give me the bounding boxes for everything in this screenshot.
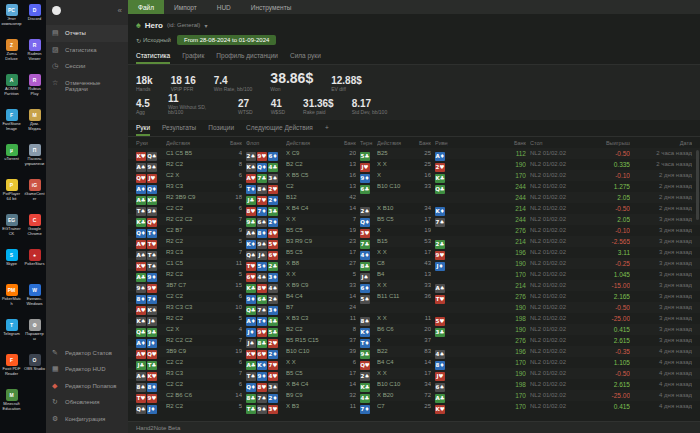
report-tab[interactable]: Руки [136,124,150,136]
sidebar-item[interactable]: ◆Редактор Попапов [46,378,128,395]
hand-row[interactable]: A♥K♠R3 C3 C310Q♣7♠3♦B724190NL2 01/02.02-… [128,302,700,313]
sidebar-item[interactable]: ▨Статистика [46,42,128,59]
desktop-icon[interactable]: iGiGameCenter [23,177,46,212]
report-tab[interactable]: Результаты [162,124,196,136]
sidebar-item[interactable]: ✎Редактор Статов [46,345,128,362]
desktop-icon[interactable]: µuTorrent [0,142,23,177]
stat-tab[interactable]: График [182,52,204,64]
hand-row[interactable]: Q♣9♣C2 X4J♦9♥5♣B2 C28K♦B6 C6203♣190NL2 0… [128,324,700,335]
player-selector[interactable]: ♠ Hero (id: General) ▾ [128,14,700,32]
hand-row[interactable]: A♠K♥R3 C37T♠9♦4♥B5 C5172♠X X17J♥190NL2 0… [128,368,700,379]
hand-row[interactable]: Q♠J♦R2 C25T♣9♠3♥X B3117♦C725K♥170NL2 01/… [128,401,700,412]
flop-actions: B3 R9 C9 [286,238,336,244]
desktop-icon[interactable]: CGoogle Chrome [23,212,46,247]
sidebar-item[interactable]: ◷Сессии [46,58,128,75]
column-header: Банк [502,140,526,146]
desktop-icon[interactable]: RRadmin Viewer [23,37,46,72]
hands-table-body: K♥Q♠C1 C5 B542♠9♥6♦X C9205♣B2525A♦112NL2… [128,148,700,412]
date-range-button[interactable]: From 28-08-2024 to 01-09-2024 [177,35,276,45]
turn-actions: B4 C4 [377,359,411,365]
final-pot: 198 [502,315,526,322]
hand-row[interactable]: T♥9♥C2 B6 C6148♣7♠2♦B9 C9324♣X B2072A♣17… [128,390,700,401]
hand-row[interactable]: A♥Q♥3B9 C919K♥6♥2♦B10 C10399♣B22834♠196N… [128,346,700,357]
card-5s: 5♠ [360,295,370,304]
stat-block: 8.17Std Dev, bb/100 [352,98,388,116]
reset-filter-button[interactable]: ↻ Исходный [136,37,171,44]
desktop-icon-label: Ежемес. Windows [23,297,46,306]
sidebar-item[interactable]: ▤Отчеты [46,25,128,42]
stat-tab[interactable]: Статистика [136,52,170,64]
hand-row[interactable]: K♥T♠C1 C511T♥5♦2♣X B8278♣C843J♦190NL2 01… [128,258,700,269]
hand-row[interactable]: 8♠8♦C2 C26Q♦8♥3♠X B4 C414K♣B10 C10346♠19… [128,379,700,390]
desktop-icon[interactable]: ZZuma Deluxe [0,37,23,72]
pot-flop: 20 [340,150,356,156]
hand-row[interactable]: A♣9♦R2 C256♥4♠3♦X X5J♠B413170NL2 01/02.0… [128,269,700,280]
stat-tab[interactable]: Профиль дистанции [216,52,278,64]
desktop-icon[interactable]: PMPokerMatch [0,282,23,317]
desktop-icon[interactable]: WЕжемес. Windows [23,282,46,317]
stats-row-1: 18kHands18 16VPIP PFR7.4Win Rate, bb/100… [136,70,692,93]
hands-table: K♥Q♠C1 C5 B542♠9♥6♦X C9205♣B2525A♦112NL2… [128,148,700,422]
hand-date: 4 дня назад [634,381,692,387]
stat-value: 12.88$ [331,75,362,86]
desktop-icon[interactable]: PCЭтот компьютер [0,2,23,37]
desktop-icon[interactable]: OOBS Studio [23,352,46,387]
preflop-actions: R2 C2 [166,271,222,277]
desktop-icon[interactable]: DDiscord [23,2,46,37]
add-report-tab-button[interactable]: + [325,124,329,136]
hand-row[interactable]: A♥T♥R2 C25K♦9♠5♥B3 R9 C9237♣B15532♣214NL… [128,236,700,247]
desktop-icon[interactable]: MMinecraft Education [0,387,23,422]
app-icon: A [6,74,18,86]
hand-row[interactable]: 9♠9♥3B7 C715K♣8♥4♠X B9 C9336♦X X33A♠214N… [128,280,700,291]
hand-row[interactable]: A♣K♣R2 3B9 C918J♣7♥2♦B1242244NL2 01/02.0… [128,192,700,203]
sidebar-item[interactable]: ⚙Конфигурация [46,411,128,428]
stat-value: 41 [271,98,285,109]
stat-tab[interactable]: Сила руки [290,52,321,64]
hand-row[interactable]: A♠T♠R3 C37Q♠J♠6♥B5 C5174♦X X179♥196NL2 0… [128,247,700,258]
sidebar-item[interactable]: ▦Редактор HUD [46,361,128,378]
menu-tab[interactable]: Импорт [164,0,207,14]
menu-tab[interactable]: HUD [207,0,241,14]
hand-date: 3 дня назад [634,326,692,332]
hand-row[interactable]: T♠9♠C2 C268♥7♦3♣X B4 C4142♠X B1034K♦214N… [128,203,700,214]
desktop-icon[interactable]: EGEGTrainerCK [0,212,23,247]
desktop-icon[interactable]: PPotPlayer 64 bit [0,177,23,212]
desktop-icon[interactable]: RRubius Play [23,72,46,107]
collapse-sidebar-icon[interactable]: « [118,6,122,15]
pot-preflop: 7 [226,337,242,343]
sidebar-item[interactable]: ☆Отмеченные Раздачи [46,75,128,98]
menu-tab[interactable]: Файл [128,0,164,14]
pot-preflop: 8 [226,161,242,167]
desktop-icon[interactable]: AAOMEI Partition [0,72,23,107]
pot-flop: 19 [340,227,356,233]
flop-actions: X B4 C4 [286,381,336,387]
stat-label: Won [270,87,313,93]
pot-flop: 8 [340,326,356,332]
hand-row[interactable]: A♠9♠R2 C28K♠Q♦4♣B2 C213J♥X X252♥190NL2 0… [128,159,700,170]
hand-row[interactable]: A♦J♦R2 C2 C27J♠8♣2♥B5 R15 C1537T♦X37276N… [128,335,700,346]
desktop-icon[interactable]: ♠PokerStars [23,247,46,282]
desktop-icon[interactable]: TTelegram [0,317,23,352]
table-scrollbar[interactable] [696,150,699,220]
hand-row[interactable]: J♣T♣C2 C26A♣K♦7♥X X6Q♥B4 C4148♦170NL2 01… [128,357,700,368]
desktop-icon-label: uTorrent [3,157,20,162]
desktop-icon[interactable]: SSkype [0,247,23,282]
desktop-icon[interactable]: FFastStone Image Viewer [0,107,23,142]
hand-row[interactable]: K♠J♠R2 C25A♦T♦4♣X B3 C3118♠X X115♥198NL2… [128,313,700,324]
desktop-icon[interactable]: ППанель управления [23,142,46,177]
hand-row[interactable]: A♦Q♦R3 C39T♦8♠2♥C2136♣B10 C1033Q♣244NL2 … [128,181,700,192]
hand-row[interactable]: Q♥J♥C2 X6A♥7♣3♠X B5 C5169♦X16K♣170NL2 01… [128,170,700,181]
desktop-icon[interactable]: ⚙Параметры [23,317,46,352]
sidebar-item[interactable]: ↻Обновления [46,394,128,411]
hand-row[interactable]: 8♦7♦C2 C269♦6♣2♠B4 C4145♠B11 C1136T♥276N… [128,291,700,302]
hand-row[interactable]: K♣Q♥R2 C2 C279♣6♠2♦X X7Q♦B5 C5177♠244NL2… [128,214,700,225]
desktop-icon[interactable]: FFoxit PDF Reader [0,352,23,387]
desktop-icon[interactable]: МДом. Медиа [23,107,46,142]
menu-tab[interactable]: Инструменты [241,0,302,14]
stat-value: 18 16 [171,75,196,86]
report-tab[interactable]: Позиции [208,124,234,136]
preflop-actions: C2 C2 [166,381,222,387]
hand-row[interactable]: K♥Q♠C1 C5 B542♠9♥6♦X C9205♣B2525A♦112NL2… [128,148,700,159]
report-tab[interactable]: Следующие Действия [246,124,313,136]
hand-row[interactable]: Q♦T♦C2 B79A♠8♦4♥B5 C5193♥X19276NL2 01/02… [128,225,700,236]
